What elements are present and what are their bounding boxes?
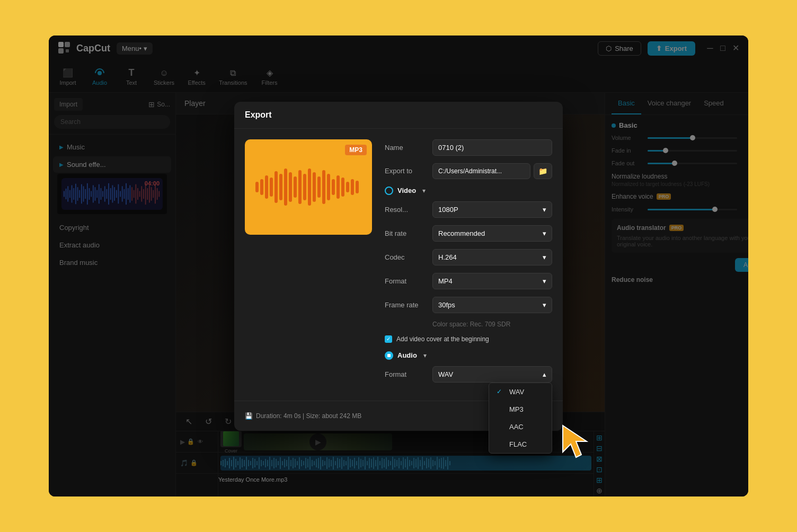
preview-waveform-svg: [255, 166, 361, 208]
svg-rect-180: [332, 179, 335, 195]
app-window: CapCut Menu• ▾ ⬡ Share ⬆ Export ─ □ ✕ ⬛ …: [49, 36, 748, 496]
path-row: C:/Users/Administrat... 📁: [432, 163, 552, 179]
svg-rect-166: [265, 175, 268, 199]
export-to-row: Export to C:/Users/Administrat... 📁: [385, 163, 552, 179]
svg-rect-167: [270, 178, 273, 197]
dropdown-aac[interactable]: AAC: [489, 418, 552, 436]
svg-rect-170: [284, 169, 287, 206]
format-row: Format MP4 ▾: [385, 273, 552, 289]
name-input[interactable]: [432, 139, 552, 156]
duration-info: 💾 Duration: 4m 0s | Size: about 242 MB: [245, 412, 361, 420]
resolution-row: Resol... 1080P ▾: [385, 201, 552, 218]
export-dialog: Export MP3: [234, 102, 563, 431]
svg-rect-164: [255, 182, 259, 192]
svg-rect-185: [356, 181, 359, 193]
bitrate-select[interactable]: Recommended ▾: [432, 225, 552, 242]
video-section-toggle: Video ▾: [385, 187, 552, 195]
export-preview: MP3: [245, 139, 372, 235]
bitrate-row: Bit rate Recommended ▾: [385, 225, 552, 242]
audio-format-dropdown: ✓ WAV MP3 AAC: [489, 383, 552, 454]
audio-format-row: Format WAV ▴ ✓ WAV: [385, 366, 552, 383]
audio-format-select[interactable]: WAV ▴: [432, 366, 552, 383]
svg-rect-173: [298, 170, 302, 204]
svg-rect-184: [351, 179, 354, 195]
video-checkbox[interactable]: [385, 187, 393, 195]
svg-rect-168: [274, 171, 278, 203]
folder-button[interactable]: 📁: [534, 163, 552, 179]
audio-section: Audio ▾ Format WAV ▴: [385, 351, 552, 383]
audio-format-container: WAV ▴ ✓ WAV: [432, 366, 552, 383]
video-cover-checkbox[interactable]: [385, 335, 392, 343]
svg-rect-169: [279, 174, 282, 200]
resolution-select[interactable]: 1080P ▾: [432, 201, 552, 218]
dialog-body: MP3 Name: [234, 129, 563, 401]
audio-section-arrow[interactable]: ▾: [423, 352, 427, 359]
frame-rate-select[interactable]: 30fps ▾: [432, 297, 552, 313]
svg-rect-177: [317, 176, 321, 198]
codec-select[interactable]: H.264 ▾: [432, 249, 552, 265]
dialog-settings: Name Export to C:/Users/Administrat... 📁: [385, 139, 552, 390]
svg-rect-181: [336, 175, 340, 199]
dropdown-wav[interactable]: ✓ WAV: [489, 383, 552, 401]
dropdown-mp3[interactable]: MP3: [489, 401, 552, 418]
svg-marker-186: [563, 425, 587, 457]
svg-rect-183: [346, 182, 349, 192]
svg-rect-179: [327, 174, 330, 200]
svg-rect-171: [289, 172, 292, 202]
svg-rect-176: [313, 172, 316, 202]
dialog-overlay: Export MP3: [49, 36, 748, 496]
waveform-preview: [255, 166, 361, 208]
svg-rect-175: [308, 169, 311, 206]
format-select[interactable]: MP4 ▾: [432, 273, 552, 289]
svg-rect-178: [322, 170, 325, 204]
audio-section-toggle: Audio ▾: [385, 351, 552, 360]
svg-rect-182: [341, 178, 344, 197]
dialog-title: Export: [234, 102, 563, 129]
name-row: Name: [385, 139, 552, 156]
dropdown-flac[interactable]: FLAC: [489, 436, 552, 453]
frame-rate-row: Frame rate 30fps ▾: [385, 297, 552, 313]
svg-rect-172: [294, 176, 297, 198]
svg-rect-174: [303, 174, 306, 200]
cursor-pointer: [557, 420, 595, 463]
video-cover-row: Add video cover at the beginning: [385, 335, 552, 343]
audio-checkbox[interactable]: [385, 351, 393, 360]
codec-row: Codec H.264 ▾: [385, 249, 552, 265]
video-section-arrow[interactable]: ▾: [422, 187, 426, 194]
color-space-text: Color space: Rec. 709 SDR: [432, 321, 552, 328]
svg-rect-165: [260, 179, 263, 195]
